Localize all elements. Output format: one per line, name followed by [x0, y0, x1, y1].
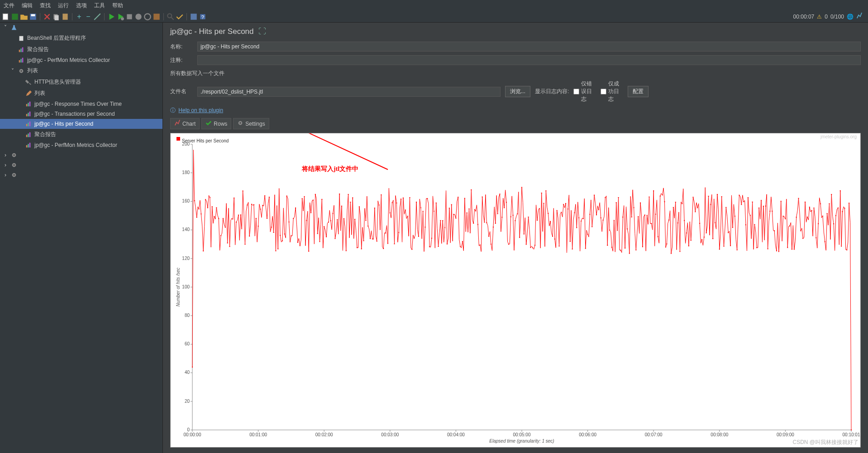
graph-icon[interactable]	[856, 13, 863, 20]
minus-icon[interactable]: −	[84, 13, 92, 21]
svg-rect-0	[3, 14, 8, 20]
tab-label: Rows	[214, 121, 227, 127]
svg-rect-1	[12, 14, 18, 20]
svg-rect-39	[29, 143, 31, 148]
chart-icon	[25, 101, 32, 107]
file-input[interactable]	[197, 87, 501, 97]
file-section-label: 所有数据写入一个文件	[163, 67, 868, 78]
gear-icon	[11, 162, 17, 168]
save-icon[interactable]	[29, 13, 37, 21]
expander-icon[interactable]: ˅	[10, 68, 15, 74]
tree-item-13[interactable]: ›	[0, 160, 162, 170]
menubar: 文件编辑查找运行选项工具帮助	[0, 0, 868, 11]
content-panel: jp@gc - Hits per Second ⛶ 名称: 注释: 所有数据写入…	[163, 23, 868, 453]
tab-icon	[237, 120, 243, 127]
svg-rect-28	[26, 114, 28, 116]
svg-rect-26	[28, 103, 29, 106]
tree-item-10[interactable]: 聚合报告	[0, 129, 162, 140]
expander-icon[interactable]: ›	[3, 162, 8, 168]
cut-icon[interactable]	[43, 13, 51, 21]
menu-文件[interactable]: 文件	[4, 2, 14, 9]
only-error-checkbox[interactable]: 仅错误日志	[573, 80, 596, 103]
tree-label: HTTP信息头管理器	[34, 78, 81, 86]
tree-item-5[interactable]: HTTP信息头管理器	[0, 76, 162, 88]
svg-rect-36	[29, 132, 31, 137]
panel-title: jp@gc - Hits per Second	[170, 27, 254, 36]
tree-label: 聚合报告	[34, 131, 56, 138]
tree-label: jp@gc - Hits per Second	[34, 121, 93, 127]
shutdown-icon[interactable]	[134, 13, 143, 21]
only-success-checkbox[interactable]: 仅成功日志	[601, 80, 623, 103]
svg-text:?: ?	[201, 14, 204, 19]
config-button[interactable]: 配置	[628, 86, 649, 97]
help-link[interactable]: Help on this plugin	[178, 107, 223, 113]
help-icon[interactable]: ?	[199, 13, 207, 21]
note-label: 注释:	[170, 57, 193, 64]
tree-item-2[interactable]: 聚合报告	[0, 44, 162, 55]
expand-icon[interactable]: ⛶	[258, 27, 266, 36]
stop-icon[interactable]	[125, 13, 134, 21]
run-noclear-icon[interactable]	[116, 13, 124, 21]
display-log-label: 显示日志内容:	[535, 88, 569, 95]
wand-icon[interactable]	[93, 13, 101, 21]
svg-rect-25	[26, 104, 28, 106]
copy-icon[interactable]	[52, 13, 60, 21]
tree-item-11[interactable]: jp@gc - PerfMon Metrics Collector	[0, 140, 162, 150]
toolbar: + − ? 00:00:07 ⚠ 0 0/100 🌐	[0, 11, 868, 23]
expander-icon[interactable]: ›	[3, 152, 8, 158]
tab-rows[interactable]: Rows	[201, 118, 231, 129]
svg-rect-32	[28, 123, 29, 126]
globe-icon[interactable]: 🌐	[847, 14, 854, 20]
gear-icon	[11, 172, 17, 178]
info-icon: ⓘ	[170, 107, 176, 113]
tree-item-12[interactable]: ›	[0, 150, 162, 160]
tab-icon	[174, 120, 181, 127]
tab-settings[interactable]: Settings	[233, 118, 269, 129]
expander-icon[interactable]: ›	[3, 172, 8, 178]
tree-label: jp@gc - PerfMon Metrics Collector	[27, 57, 110, 63]
warn-icon[interactable]: ⚠	[817, 14, 822, 20]
tree-item-4[interactable]: ˅列表	[0, 65, 162, 76]
function-icon[interactable]	[190, 13, 198, 21]
tree-item-8[interactable]: jp@gc - Transactions per Second	[0, 109, 162, 119]
menu-工具[interactable]: 工具	[94, 2, 105, 9]
tree-item-3[interactable]: jp@gc - PerfMon Metrics Collector	[0, 55, 162, 65]
tree-item-0[interactable]: ˅	[0, 23, 162, 33]
clear-icon[interactable]	[143, 13, 152, 21]
template-icon[interactable]	[11, 13, 19, 21]
menu-帮助[interactable]: 帮助	[112, 2, 123, 9]
svg-point-47	[240, 122, 242, 124]
run-icon[interactable]	[107, 13, 115, 21]
tree-item-1[interactable]: BeanShell 后置处理程序	[0, 33, 162, 44]
chart-icon	[18, 57, 24, 63]
open-icon[interactable]	[20, 13, 28, 21]
chart-icon	[25, 132, 32, 138]
note-input[interactable]	[197, 55, 861, 65]
menu-选项[interactable]: 选项	[76, 2, 87, 9]
clearall-icon[interactable]	[153, 13, 161, 21]
chart-icon	[18, 47, 24, 53]
expander-icon[interactable]: ˅	[3, 24, 8, 31]
menu-编辑[interactable]: 编辑	[22, 2, 33, 9]
plus-icon[interactable]: +	[75, 13, 83, 21]
svg-rect-30	[29, 112, 31, 117]
tab-chart[interactable]: Chart	[170, 118, 200, 129]
menu-运行[interactable]: 运行	[58, 2, 69, 9]
browse-button[interactable]: 浏览...	[505, 86, 530, 97]
name-input[interactable]	[197, 42, 861, 52]
tree-item-9[interactable]: jp@gc - Hits per Second	[0, 119, 162, 129]
tree-item-6[interactable]: 列表	[0, 88, 162, 99]
svg-point-24	[20, 70, 22, 72]
clear-results-icon[interactable]	[176, 13, 184, 21]
new-icon[interactable]	[2, 13, 10, 21]
paste-icon[interactable]	[61, 13, 69, 21]
threads-label: 0/100	[830, 14, 844, 20]
tree-label: jp@gc - Response Times Over Time	[34, 101, 122, 107]
tree-item-7[interactable]: jp@gc - Response Times Over Time	[0, 99, 162, 109]
pencil-icon	[25, 90, 32, 97]
tree-item-14[interactable]: ›	[0, 170, 162, 180]
menu-查找[interactable]: 查找	[40, 2, 51, 9]
csdn-watermark: CSDN @叫我林接接就好了	[792, 439, 858, 446]
svg-rect-21	[20, 59, 22, 62]
search-icon[interactable]	[167, 13, 175, 21]
